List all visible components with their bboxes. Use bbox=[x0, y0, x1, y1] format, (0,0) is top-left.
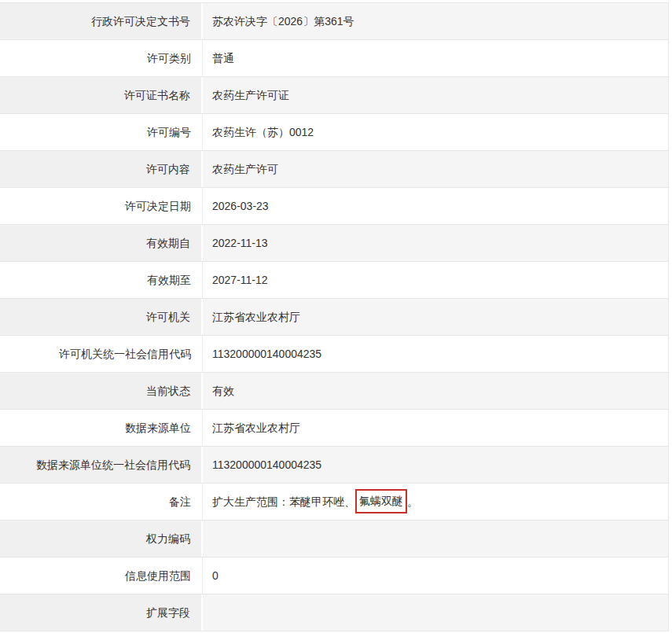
row-value: 农药生产许可 bbox=[203, 151, 668, 187]
table-row: 许可内容 农药生产许可 bbox=[0, 151, 668, 188]
row-value: 农药生产许可证 bbox=[203, 77, 668, 113]
row-label: 行政许可决定文书号 bbox=[0, 3, 203, 39]
row-value: 2026-03-23 bbox=[203, 188, 668, 224]
row-value: 苏农许决字〔2026〕第361号 bbox=[203, 3, 668, 39]
table-row: 扩展字段 bbox=[0, 594, 668, 631]
row-value: 有效 bbox=[203, 373, 668, 409]
table-row: 许可机关 江苏省农业农村厅 bbox=[0, 299, 668, 336]
table-row: 数据来源单位统一社会信用代码 113200000140004235 bbox=[0, 447, 668, 484]
row-value bbox=[203, 521, 668, 557]
remark-text-suffix: 。 bbox=[407, 495, 418, 508]
row-label: 当前状态 bbox=[0, 373, 203, 409]
license-detail-table: 行政许可决定文书号 苏农许决字〔2026〕第361号 许可类别 普通 许可证书名… bbox=[0, 2, 669, 631]
row-value: 江苏省农业农村厅 bbox=[203, 410, 668, 446]
table-row: 当前状态 有效 bbox=[0, 373, 668, 410]
row-label: 备注 bbox=[0, 484, 203, 520]
table-row: 许可机关统一社会信用代码 113200000140004235 bbox=[0, 336, 668, 373]
row-value: 江苏省农业农村厅 bbox=[203, 299, 668, 335]
table-row: 许可类别 普通 bbox=[0, 40, 668, 77]
table-row: 信息使用范围 0 bbox=[0, 558, 668, 594]
highlight-box: 氟螨双醚 bbox=[355, 489, 407, 513]
row-label: 许可机关统一社会信用代码 bbox=[0, 336, 203, 372]
row-label: 有效期自 bbox=[0, 225, 203, 261]
row-label: 信息使用范围 bbox=[0, 558, 203, 594]
table-row: 权力编码 bbox=[0, 521, 668, 558]
row-value bbox=[203, 594, 668, 631]
remark-text-prefix: 扩大生产范围：苯醚甲环唑、 bbox=[212, 495, 355, 508]
row-label: 许可机关 bbox=[0, 299, 203, 335]
row-value: 0 bbox=[203, 558, 668, 594]
row-label: 许可内容 bbox=[0, 151, 203, 187]
table-row: 有效期自 2022-11-13 bbox=[0, 225, 668, 262]
table-row: 许可证书名称 农药生产许可证 bbox=[0, 77, 668, 114]
row-label: 许可编号 bbox=[0, 114, 203, 150]
row-label: 数据来源单位 bbox=[0, 410, 203, 446]
row-label: 扩展字段 bbox=[0, 594, 203, 631]
row-value: 扩大生产范围：苯醚甲环唑、氟螨双醚。 bbox=[203, 484, 668, 520]
row-value: 2022-11-13 bbox=[203, 225, 668, 261]
remark-text-highlighted: 氟螨双醚 bbox=[359, 495, 403, 507]
row-value: 113200000140004235 bbox=[203, 447, 668, 483]
table-row-remark: 备注 扩大生产范围：苯醚甲环唑、氟螨双醚。 bbox=[0, 484, 668, 521]
table-row: 有效期至 2027-11-12 bbox=[0, 262, 668, 299]
row-label: 有效期至 bbox=[0, 262, 203, 298]
row-label: 许可证书名称 bbox=[0, 77, 203, 113]
table-row: 行政许可决定文书号 苏农许决字〔2026〕第361号 bbox=[0, 3, 668, 40]
row-label: 权力编码 bbox=[0, 521, 203, 557]
row-value: 农药生许（苏）0012 bbox=[203, 114, 668, 150]
row-value: 普通 bbox=[203, 40, 668, 76]
row-label: 许可类别 bbox=[0, 40, 203, 76]
row-label: 许可决定日期 bbox=[0, 188, 203, 224]
row-value: 113200000140004235 bbox=[203, 336, 668, 372]
row-value: 2027-11-12 bbox=[203, 262, 668, 298]
table-row: 数据来源单位 江苏省农业农村厅 bbox=[0, 410, 668, 447]
table-row: 许可编号 农药生许（苏）0012 bbox=[0, 114, 668, 151]
table-row: 许可决定日期 2026-03-23 bbox=[0, 188, 668, 225]
row-label: 数据来源单位统一社会信用代码 bbox=[0, 447, 203, 483]
